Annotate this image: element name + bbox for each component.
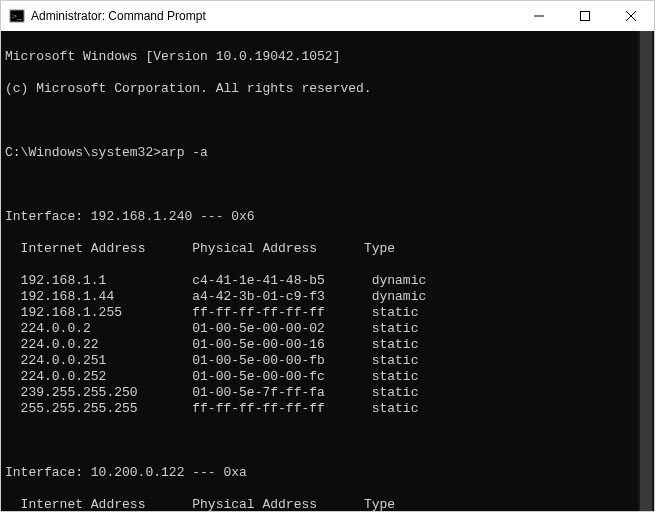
table-row: 224.0.0.251 01-00-5e-00-00-fb static bbox=[5, 353, 650, 369]
terminal-area[interactable]: Microsoft Windows [Version 10.0.19042.10… bbox=[1, 31, 654, 511]
interface-header: Interface: 10.200.0.122 --- 0xa bbox=[5, 465, 650, 481]
cmd-icon: >_ bbox=[9, 8, 25, 24]
table-header: Internet Address Physical Address Type bbox=[5, 241, 650, 257]
interface-header: Interface: 192.168.1.240 --- 0x6 bbox=[5, 209, 650, 225]
table-row: 224.0.0.2 01-00-5e-00-00-02 static bbox=[5, 321, 650, 337]
prompt-cmd: arp -a bbox=[161, 145, 208, 160]
table-row: 192.168.1.44 a4-42-3b-01-c9-f3 dynamic bbox=[5, 289, 650, 305]
command-prompt-window: >_ Administrator: Command Prompt Microso… bbox=[0, 0, 655, 512]
scrollbar-thumb[interactable] bbox=[640, 31, 652, 511]
svg-text:>_: >_ bbox=[12, 11, 22, 21]
minimize-button[interactable] bbox=[516, 1, 562, 31]
banner-line: Microsoft Windows [Version 10.0.19042.10… bbox=[5, 49, 650, 65]
table-row: 192.168.1.255 ff-ff-ff-ff-ff-ff static bbox=[5, 305, 650, 321]
window-title: Administrator: Command Prompt bbox=[31, 9, 516, 23]
table-row: 224.0.0.252 01-00-5e-00-00-fc static bbox=[5, 369, 650, 385]
table-row: 255.255.255.255 ff-ff-ff-ff-ff-ff static bbox=[5, 401, 650, 417]
banner-line: (c) Microsoft Corporation. All rights re… bbox=[5, 81, 650, 97]
arp-table-0: 192.168.1.1 c4-41-1e-41-48-b5 dynamic 19… bbox=[5, 273, 650, 417]
table-row: 224.0.0.22 01-00-5e-00-00-16 static bbox=[5, 337, 650, 353]
table-row: 239.255.255.250 01-00-5e-7f-ff-fa static bbox=[5, 385, 650, 401]
maximize-button[interactable] bbox=[562, 1, 608, 31]
table-row: 192.168.1.1 c4-41-1e-41-48-b5 dynamic bbox=[5, 273, 650, 289]
svg-rect-3 bbox=[581, 12, 590, 21]
titlebar[interactable]: >_ Administrator: Command Prompt bbox=[1, 1, 654, 31]
window-controls bbox=[516, 1, 654, 31]
scrollbar[interactable] bbox=[638, 31, 654, 511]
prompt-line: C:\Windows\system32>arp -a bbox=[5, 145, 650, 161]
prompt-path: C:\Windows\system32> bbox=[5, 145, 161, 160]
table-header: Internet Address Physical Address Type bbox=[5, 497, 650, 511]
close-button[interactable] bbox=[608, 1, 654, 31]
